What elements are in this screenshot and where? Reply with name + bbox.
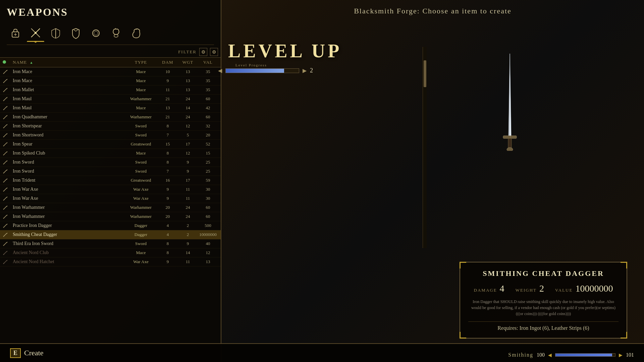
level-prev-arrow[interactable]: ◀ [218,67,222,74]
table-row[interactable]: Iron WarhammerWarhammer202460 [0,203,221,212]
weapons-title: WEAPONS [7,6,214,18]
weapon-icon [3,96,13,102]
table-row[interactable]: Iron TridentGreatsword161759 [0,176,221,185]
filter-label: FILTER [178,49,197,55]
weapon-icon [3,169,13,174]
weapon-icon [3,232,13,237]
table-row[interactable]: Iron SwordSword8925 [0,158,221,167]
nav-shield[interactable] [47,24,64,42]
weapon-value: 10000000 [198,232,218,237]
th-dam[interactable]: DAM [158,60,178,65]
th-val[interactable]: VAL [198,60,218,65]
filter-toggle-btn[interactable]: ⚙ [199,48,207,56]
table-row[interactable]: Iron Spiked ClubMace81215 [0,149,221,158]
table-row[interactable]: Ancient Nord ClubMace81412 [0,248,221,257]
create-button[interactable]: E Create [10,348,43,358]
svg-line-40 [3,145,4,146]
table-row[interactable]: Iron War AxeWar Axe91130 [0,194,221,203]
skill-next-arrow[interactable]: ▶ [619,352,623,358]
weapon-icon [3,196,13,201]
weapon-damage: 8 [158,241,178,246]
card-corner-tr [621,262,627,268]
level-next-arrow[interactable]: ▶ [303,67,307,74]
weapon-name: Iron Mallet [13,87,124,93]
nav-ring[interactable] [87,24,105,42]
skill-value: 100 [537,352,545,358]
svg-line-34 [3,127,4,128]
svg-line-28 [3,109,4,110]
weapon-name: Ancient Nord Hatchet [13,259,124,264]
table-row[interactable]: Iron War AxeWar Axe91130 [0,185,221,194]
stat-damage: DAMAGE 4 [474,283,504,294]
weapon-weight: 17 [178,178,198,183]
weapon-weight: 5 [178,132,198,138]
svg-line-61 [3,209,4,209]
table-row[interactable]: Iron MaulWarhammer212460 [0,95,221,104]
bottom-bar: E Create Smithing 100 ◀ ▶ 101 [0,343,644,362]
svg-marker-51 [7,178,7,180]
card-description: Iron Dagger that SHOULD raise smithing s… [468,299,619,317]
weapon-name: Iron Spiked Club [13,150,124,156]
card-corner-br [621,332,627,339]
nav-armor[interactable] [67,24,85,42]
svg-marker-72 [7,242,7,243]
nav-pouch[interactable] [127,24,145,42]
svg-marker-78 [7,260,7,261]
nav-backpack[interactable] [7,24,24,42]
weapon-weight: 12 [178,123,198,129]
weapon-icon [3,160,13,165]
table-row[interactable]: Third Era Iron SwordSword8940 [0,239,221,248]
table-row[interactable]: Iron ShortswordSword7520 [0,131,221,140]
level-up-banner: LEVEL UP [228,40,342,62]
table-row[interactable]: Iron MalletMace111335 [0,85,221,95]
table-row[interactable]: Iron SpearGreatsword151752 [0,140,221,149]
weapon-weight: 14 [178,250,198,255]
weapon-name: Practice Iron Dagger [13,223,124,228]
weapon-damage: 9 [158,259,178,264]
level-bar [225,68,299,73]
svg-line-22 [3,91,4,92]
weapon-type: Greatsword [124,178,158,183]
active-dot [3,60,6,64]
weapon-damage: 8 [158,123,178,129]
panel-header: WEAPONS [0,0,221,47]
weapon-icon [3,87,13,93]
table-row[interactable]: Iron ShortspearSword81232 [0,122,221,131]
table-row[interactable]: Iron MaulMace131442 [0,104,221,113]
weapon-name: Iron Mace [13,78,124,83]
weapon-name: Iron Warhammer [13,205,124,210]
skill-prev-arrow[interactable]: ◀ [548,352,552,358]
weapon-name: Third Era Iron Sword [13,241,124,246]
weapon-name: Iron War Axe [13,196,124,201]
svg-marker-60 [7,205,7,207]
th-type[interactable]: TYPE [124,60,158,65]
weapon-name: Iron Shortspear [13,123,124,129]
table-row[interactable]: Iron MaceMace101335 [0,67,221,76]
weapon-icon [3,259,13,264]
weapon-weight: 13 [178,78,198,83]
svg-line-73 [3,245,4,246]
th-name[interactable]: NAME ▲ [13,60,124,65]
filter-settings-btn[interactable]: ⚙ [210,48,218,56]
svg-marker-39 [7,142,7,143]
weapon-weight: 24 [178,214,198,219]
items-list[interactable]: Iron MaceMace101335 Iron MaceMace91335 I… [0,67,221,362]
table-row[interactable]: Iron SwordSword7925 [0,167,221,176]
table-row[interactable]: Iron WarhammerWarhammer202460 [0,212,221,221]
table-header: NAME ▲ TYPE DAM WGT VAL [0,57,221,67]
weapon-weight: 11 [178,196,198,201]
nav-weapons[interactable] [27,24,44,42]
table-row[interactable]: Iron QuadhammerWarhammer212460 [0,113,221,122]
weight-label: WEIGHT [516,288,537,293]
nav-food[interactable] [107,24,125,42]
table-row[interactable]: Iron MaceMace91335 [0,76,221,85]
table-row[interactable]: Ancient Nord HatchetWar Axe91113 [0,257,221,266]
weapon-name: Iron Shortsword [13,132,124,138]
th-wgt[interactable]: WGT [178,60,198,65]
weapon-name: Iron War Axe [13,187,124,192]
table-row[interactable]: Smithing Cheat DaggerDagger4210000000 [0,230,221,239]
weapon-damage: 13 [158,105,178,111]
svg-line-37 [3,136,4,137]
table-row[interactable]: Practice Iron DaggerDagger42500 [0,221,221,230]
weapon-value: 500 [198,223,218,228]
